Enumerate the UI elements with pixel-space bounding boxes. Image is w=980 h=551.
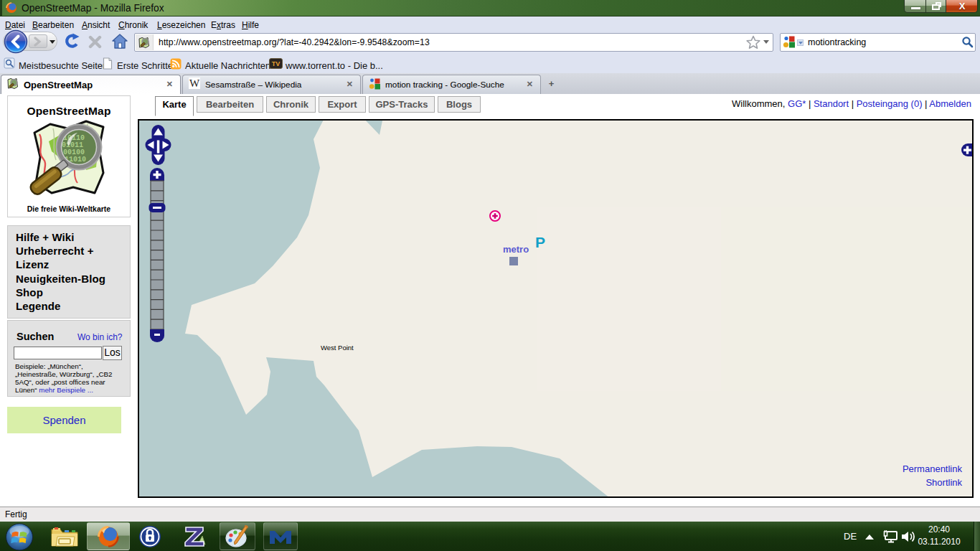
svg-text:W: W — [189, 77, 200, 89]
svg-text:Shortlink: Shortlink — [925, 477, 962, 488]
svg-text:Permanentlink: Permanentlink — [903, 463, 963, 474]
svg-text:P: P — [535, 234, 545, 250]
svg-text:West Point: West Point — [321, 344, 354, 352]
svg-text:TV: TV — [272, 60, 281, 67]
svg-text:metro: metro — [503, 244, 529, 255]
